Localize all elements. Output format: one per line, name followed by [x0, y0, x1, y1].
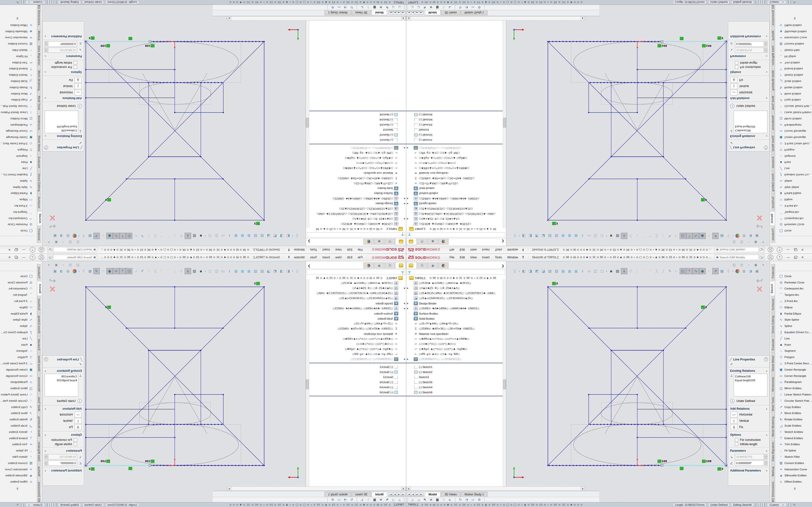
tree-item[interactable]: ▱○♣Яϱ⊙◦♟○*⊙▯○◦○▯⊙*○♟◦⊙ϱЯ♣○	[306, 346, 406, 351]
option-infinite-length[interactable]: Infinite length	[43, 443, 77, 446]
checkbox-icon[interactable]	[735, 438, 738, 442]
strip-tool-tangent-arc[interactable]: ⌒Tangent Arc	[0, 292, 35, 298]
tree-item[interactable]: ▱○∙⊙♣○*⊙▯○◦○▯⊙*○♣⊙∙○	[406, 341, 506, 346]
tree-filter-input[interactable]	[407, 270, 505, 275]
tree-item[interactable]: Σ○25ИN⊙◦♣АП=ЗЄ○◦○ЗЄ=ПА♣◦⊙NИ25○	[406, 176, 506, 181]
add-relation-vertical[interactable]: |Vertical	[43, 83, 82, 89]
clock-icon[interactable]: ◔	[342, 6, 349, 9]
gear-icon[interactable]: ⚙	[329, 498, 336, 501]
strip-tool-stretch-entities[interactable]: ⊦Stretch Entities	[0, 72, 35, 78]
strip-tool-sketch-fillet[interactable]: ◜Sketch Fillet	[777, 454, 812, 460]
tree-item[interactable]: ◗Surface Bodies	[406, 191, 506, 196]
menu-file[interactable]: File	[355, 248, 365, 251]
rollback-bar[interactable]	[306, 110, 406, 112]
cmd-tab-direct-editing[interactable]: Direct Editing	[771, 313, 775, 336]
menu-view[interactable]: View	[333, 256, 345, 259]
collapse-chevron-icon[interactable]: ∧	[766, 71, 767, 74]
appearance-brush-icon[interactable]: ✎	[384, 6, 390, 9]
strip-tool-point[interactable]: ▪Point	[777, 342, 812, 348]
quick-access-toolbar[interactable]: ⊙ ЗЄ ⊙ Ш ⊙ ⊙ ⊙ ♣ ⊙ ƆС ⊙ ЗЄ ⊙ ∙ ⊙ 25 ⊙ ♟ …	[98, 256, 249, 259]
menu-edit[interactable]: Edit	[457, 248, 468, 251]
strip-tool-partial-ellipse[interactable]: ◗Partial Ellipse	[0, 190, 35, 196]
cmd-tab-data-migration[interactable]: Data Migration	[771, 439, 775, 463]
cmd-tab-weldments[interactable]: Weldments	[771, 113, 775, 132]
tree-item[interactable]: ▶🔒○25ЗЄИNΛП∙○◦○∙ПΛNИЗЄ25○	[406, 145, 506, 151]
menu-file[interactable]: File	[447, 248, 457, 251]
tree-item[interactable]: TЯPDL2.⊙ ЗЄ ⊙ Ш ⊙ ⊙ ⊙ ♣ ⊙ ƆС ⊙ ЗЄ ⊙ ∙ ⊙ …	[306, 226, 406, 231]
motion-tab-model[interactable]: Model	[425, 492, 441, 497]
strip-tool-polygon[interactable]: ▽Polygon	[0, 354, 35, 360]
strip-tool-equation-driven-curve[interactable]: ƒEquation Driven Curve	[777, 329, 812, 335]
tree-item[interactable]: ▱○♣ИN⊙♟+○*⊙▯○◦○▯⊙*○+♟⊙NИ♣○	[406, 336, 506, 341]
grid-table-icon[interactable]: ▦	[371, 498, 378, 501]
search-button[interactable]: ▾	[759, 255, 764, 260]
search-input[interactable]: ▣ Search CAD Models	[53, 255, 97, 260]
tab-propertymanager[interactable]: ⎘	[417, 238, 427, 244]
strip-tool-centerpoint-arc[interactable]: ◠Centerpoint Arc	[0, 215, 35, 222]
tree-item[interactable]: ◆Solid Bodies	[406, 316, 506, 321]
snapshot-icon[interactable]: ◪	[397, 6, 403, 9]
cmd-tab-markup[interactable]: Markup	[37, 464, 41, 479]
tab-displaymanager[interactable]	[439, 238, 449, 244]
strip-tool-ellipse[interactable]: ⬭Ellipse	[0, 304, 35, 311]
strip-tool-copy-entities[interactable]: ⇗Copy Entities	[777, 404, 812, 410]
more-tools-chevron[interactable]: ≫	[793, 1, 797, 36]
length-spinner[interactable]: ▲▼	[764, 454, 767, 459]
ok-check-icon[interactable]: ✓	[43, 139, 84, 145]
filter-arrows-icon[interactable]: ⇅	[365, 498, 371, 501]
tree-item[interactable]: ∟○ИN◦ϱ⊙◦♟⊙○◦○⊙♟◦⊙ϱ◦NИ○	[306, 351, 406, 356]
unit-system-dropdown[interactable]: Custom▲	[767, 0, 786, 4]
tree-item[interactable]: TЯPDL2.⊙ ЗЄ ⊙ Ш ⊙ ⊙ ⊙ ♣ ⊙ ƆС ⊙ ЗЄ ⊙ ∙ ⊙ …	[306, 276, 406, 281]
tree-item[interactable]: ▶A○25ИN⊙◦♣А♣⊙ИNА○◦○АNИ⊙♣А♣◦⊙NИ25○	[306, 306, 406, 311]
strip-tool-spline[interactable]: ∿Spline	[777, 323, 812, 329]
strip-tool-copy-entities[interactable]: ⇗Copy Entities	[0, 404, 35, 410]
relation-badge[interactable]: ✎3	[717, 37, 723, 40]
tree-item[interactable]: (-) Sketch2	[306, 132, 406, 137]
tree-item[interactable]: (-) Sketch5	[406, 122, 506, 127]
tree-item[interactable]: ≡Material <not specified>	[406, 331, 506, 336]
collapse-chevron-icon[interactable]: ∧	[45, 450, 46, 452]
cmd-tab-weldments[interactable]: Weldments	[37, 113, 41, 132]
panel-help-icon[interactable]: ?	[764, 146, 768, 150]
cmd-tab-sheet-metal[interactable]: Sheet Metal	[37, 353, 41, 374]
length-spinner[interactable]: ▲▼	[45, 454, 48, 459]
motion-tab-model[interactable]: Model	[371, 492, 387, 497]
collapse-chevron-icon[interactable]: ∧	[766, 135, 767, 137]
tree-item[interactable]: ◗Surface Bodies	[406, 311, 506, 316]
collapse-chevron-icon[interactable]: ∧	[766, 407, 767, 410]
strip-tool-equation-driven-curve[interactable]: ƒEquation Driven Curve	[0, 329, 35, 335]
minimize-button[interactable]: —	[786, 248, 790, 251]
strip-tool-fit-spline[interactable]: ◟Fit Spline	[0, 53, 35, 60]
strip-tool-corner-rectangle[interactable]: ▭Corner Rectangle	[777, 128, 812, 134]
more-tools-chevron[interactable]: ≫	[16, 471, 19, 506]
tree-horizontal-scrollbar[interactable]: ◀ ▶	[227, 16, 406, 20]
restore-button[interactable]	[15, 248, 18, 251]
camera-refresh-icon[interactable]: ↻	[457, 6, 463, 9]
panel-help-icon[interactable]: ?	[44, 357, 48, 361]
menu-tools[interactable]: Tools	[307, 248, 320, 251]
scroll-left-arrow[interactable]: ◀	[406, 16, 411, 20]
equal-relation-badge[interactable]: =109	[702, 460, 711, 463]
strip-tool-point[interactable]: ▪Point	[0, 159, 35, 165]
login-icon[interactable]	[39, 255, 44, 260]
cmd-tab-features[interactable]: Features	[771, 264, 775, 281]
cmd-tab-direct-editing[interactable]: Direct Editing	[37, 171, 41, 194]
tree-item[interactable]: (-) Sketch6	[306, 390, 406, 395]
login-icon[interactable]	[768, 247, 773, 252]
tab-featuremanager[interactable]	[406, 238, 417, 245]
rollback-bar[interactable]	[406, 144, 506, 145]
cmd-tab-sketch[interactable]: Sketch	[770, 211, 775, 226]
menu-insert[interactable]: Insert	[479, 248, 492, 251]
add-relation-vertical[interactable]: |Vertical	[730, 83, 769, 89]
menu-insert[interactable]: Insert	[320, 256, 333, 259]
tree-item[interactable]: ▶🗎Design Binder	[306, 201, 406, 206]
rollback-bar[interactable]	[306, 362, 406, 363]
strip-tool-line[interactable]: ╱Line	[777, 335, 812, 342]
search-button[interactable]: ▾	[48, 247, 53, 252]
quick-access-toolbar[interactable]: ⊙ ЗЄ ⊙ Ш ⊙ ⊙ ⊙ ♣ ⊙ ƆС ⊙ ЗЄ ⊙ ∙ ⊙ 25 ⊙ ♟ …	[563, 248, 714, 251]
restore-button[interactable]	[794, 248, 797, 251]
search-input[interactable]: ▣ Search CAD Models	[715, 255, 759, 260]
tree-item[interactable]: (-) Sketch6	[406, 112, 506, 117]
cmd-tab-features[interactable]: Features	[771, 226, 775, 243]
strip-tool-circle[interactable]: ◯Circle	[0, 273, 35, 279]
